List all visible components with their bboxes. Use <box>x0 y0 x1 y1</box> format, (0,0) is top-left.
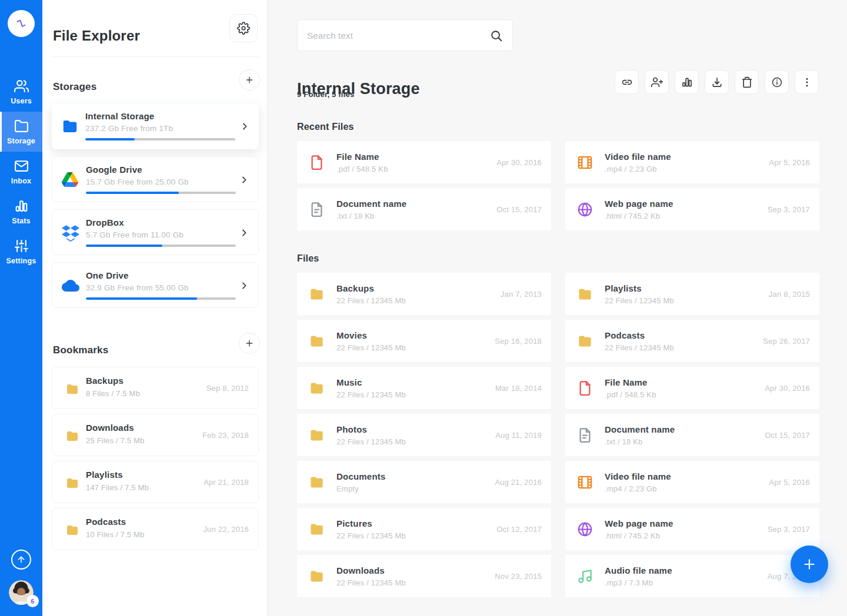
file-info: .pdf / 548.5 Kb <box>336 165 496 173</box>
music-note-icon <box>577 568 593 584</box>
users-icon <box>14 79 29 93</box>
storage-progress-fill <box>86 192 179 194</box>
text-file-icon <box>309 202 325 217</box>
chevron-right-icon <box>239 175 249 185</box>
storage-card-google-drive[interactable]: Google Drive 15.7 Gb Free from 25.00 Gb <box>52 156 259 202</box>
folder-info: 22 Files / 12345 Mb <box>605 343 763 352</box>
folder-icon <box>14 119 29 133</box>
storage-progress-fill <box>86 245 162 247</box>
folder-icon <box>309 333 325 349</box>
file-date: Apr 30, 2016 <box>765 384 810 393</box>
sidebar-item-users[interactable]: Users <box>0 72 42 112</box>
info-button[interactable] <box>765 70 789 94</box>
app-logo[interactable] <box>8 10 35 37</box>
folder-row[interactable]: Backups 22 Files / 12345 Mb Jan 7, 2013 <box>297 273 551 315</box>
folder-name: Playlists <box>605 283 769 293</box>
bookmark-playlists[interactable]: Playlists 147 Files / 7.5 Mb Apr 21, 201… <box>52 461 259 503</box>
stats-button[interactable] <box>675 70 699 94</box>
storage-progressbar <box>86 297 236 300</box>
bookmark-date: Feb 23, 2018 <box>202 431 249 440</box>
download-icon <box>711 76 723 88</box>
folder-row[interactable]: Photos 22 Files / 12345 Mb Aug 11, 2019 <box>297 414 551 456</box>
info-icon <box>771 76 783 88</box>
search-icon[interactable] <box>490 29 503 42</box>
file-row[interactable]: Video file name .mp4 / 2.23 Gb Apr 5, 20… <box>565 141 819 183</box>
main-content: Internal Storage 9 Folder, 5 files Recen… <box>268 0 847 616</box>
folder-row[interactable]: Documents Empty Aug 21, 2016 <box>297 461 551 503</box>
file-name: Document name <box>605 424 765 434</box>
folder-date: Jan 8, 2015 <box>769 290 810 299</box>
arrow-up-icon <box>16 555 26 564</box>
storage-card-internal[interactable]: Internal Storage 237.2 Gb Free from 1Tb <box>52 103 259 149</box>
file-row[interactable]: File Name .pdf / 548.5 Kb Apr 30, 2016 <box>565 367 819 409</box>
sidebar-item-settings[interactable]: Settings <box>0 232 42 272</box>
folder-name: Backups <box>336 283 501 293</box>
folder-row[interactable]: Podcasts 22 Files / 12345 Mb Sep 26, 201… <box>565 320 819 362</box>
bookmark-backups[interactable]: Backups 8 Files / 7.5 Mb Sep 8, 2012 <box>52 367 259 409</box>
folder-name: Pictures <box>336 518 496 528</box>
video-file-icon <box>577 474 593 490</box>
bookmark-date: Jun 22, 2016 <box>203 525 249 534</box>
file-info: .txt / 18 Kb <box>605 437 765 446</box>
file-row[interactable]: Audio file name .mp3 / 7.3 Mb Aug 7, 201… <box>565 555 819 597</box>
bookmark-downloads[interactable]: Downloads 25 Files / 7.5 Mb Feb 23, 2018 <box>52 414 259 456</box>
more-options-button[interactable] <box>795 70 819 94</box>
folder-row[interactable]: Playlists 22 Files / 12345 Mb Jan 8, 201… <box>565 273 819 315</box>
folder-name: Photos <box>336 424 495 434</box>
plus-icon <box>802 557 817 572</box>
recent-files-grid: File Name .pdf / 548.5 Kb Apr 30, 2016 D… <box>297 141 819 235</box>
storage-card-dropbox[interactable]: DropBox 5.7 Gb Free from 11.00 Gb <box>52 209 259 255</box>
file-date: Oct 15, 2017 <box>765 431 810 440</box>
folder-row[interactable]: Pictures 22 Files / 12345 Mb Oct 12, 201… <box>297 508 551 550</box>
storage-progress-fill <box>85 138 135 140</box>
delete-button[interactable] <box>735 70 759 94</box>
nav-rail: Users Storage Inbox Stats Settings <box>0 0 42 616</box>
bookmark-name: Downloads <box>86 423 134 433</box>
file-info: .pdf / 548.5 Kb <box>605 390 765 399</box>
file-date: Apr 5, 2016 <box>769 478 810 487</box>
file-info: .html / 745.2 Kb <box>605 531 768 540</box>
settings-button[interactable] <box>229 14 258 42</box>
storage-name: Google Drive <box>86 165 142 175</box>
add-file-fab[interactable] <box>791 545 828 583</box>
user-plus-icon <box>651 76 663 88</box>
file-row[interactable]: Web page name .html / 745.2 Kb Sep 3, 20… <box>565 188 819 230</box>
add-bookmark-button[interactable] <box>239 333 260 354</box>
folder-name: Movies <box>336 330 495 340</box>
file-row[interactable]: Video file name .mp4 / 2.23 Gb Apr 5, 20… <box>565 461 819 503</box>
storage-progress-fill <box>86 297 197 300</box>
search-input[interactable] <box>298 20 512 51</box>
sidebar-item-inbox[interactable]: Inbox <box>0 152 42 192</box>
sidebar-item-label: Stats <box>12 217 31 225</box>
file-info: .mp4 / 2.23 Gb <box>605 484 769 493</box>
storage-card-onedrive[interactable]: One Drive 32.9 Gb Free from 55.00 Gb <box>52 262 259 308</box>
download-button[interactable] <box>705 70 729 94</box>
folder-icon <box>577 333 593 349</box>
folder-row[interactable]: Movies 22 Files / 12345 Mb Sep 16, 2018 <box>297 320 551 362</box>
files-left-column: Backups 22 Files / 12345 Mb Jan 7, 2013 … <box>297 273 551 602</box>
folder-row[interactable]: Music 22 Files / 12345 Mb Mar 18, 2014 <box>297 367 551 409</box>
scroll-to-top-button[interactable] <box>11 550 31 570</box>
file-row[interactable]: Document name .txt / 18 Kb Oct 15, 2017 <box>297 188 551 230</box>
sidebar-item-stats[interactable]: Stats <box>0 192 42 232</box>
sidebar-item-label: Inbox <box>11 177 31 185</box>
bookmark-podcasts[interactable]: Podcasts 10 Files / 7.5 Mb Jun 22, 2016 <box>52 508 259 550</box>
mail-icon <box>14 159 29 173</box>
files-right-column: Playlists 22 Files / 12345 Mb Jan 8, 201… <box>565 273 819 602</box>
chevron-right-icon <box>239 228 249 237</box>
folder-row[interactable]: Downloads 22 Files / 12345 Mb Nov 23, 20… <box>297 555 551 597</box>
share-link-button[interactable] <box>615 70 639 94</box>
logo-n-icon <box>14 16 29 31</box>
folder-info: Empty <box>336 484 495 493</box>
storage-name: Internal Storage <box>85 111 154 121</box>
file-row[interactable]: File Name .pdf / 548.5 Kb Apr 30, 2016 <box>297 141 551 183</box>
file-row[interactable]: Document name .txt / 18 Kb Oct 15, 2017 <box>565 414 819 456</box>
add-storage-button[interactable] <box>239 69 260 91</box>
storage-info: 5.7 Gb Free from 11.00 Gb <box>86 230 184 239</box>
pdf-file-icon <box>309 155 325 170</box>
folder-name: Music <box>336 377 495 387</box>
add-user-button[interactable] <box>645 70 669 94</box>
globe-icon <box>577 202 593 217</box>
sidebar-item-storage[interactable]: Storage <box>0 112 42 152</box>
file-row[interactable]: Web page name .html / 745.2 Kb Sep 3, 20… <box>565 508 819 550</box>
